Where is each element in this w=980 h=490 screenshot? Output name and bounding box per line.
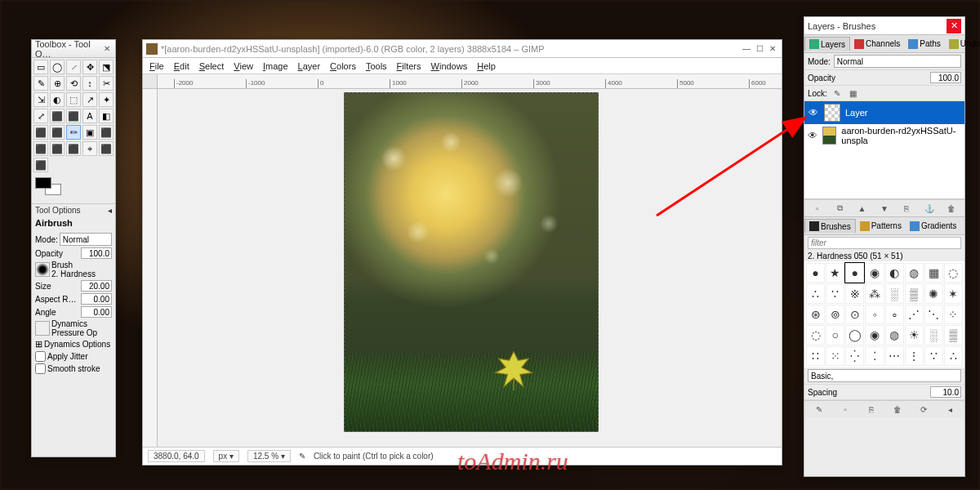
open-brush-icon[interactable]: ◂	[943, 403, 956, 415]
tab-channels[interactable]: Channels	[850, 38, 904, 51]
brush-cell[interactable]: ░	[924, 325, 943, 345]
tool-button[interactable]: ◐	[50, 92, 65, 107]
tool-button[interactable]: ⬛	[66, 141, 81, 156]
menu-icon[interactable]: ◂	[108, 206, 112, 215]
duplicate-layer-icon[interactable]: ⎘	[900, 203, 913, 214]
tab-brushes[interactable]: Brushes	[804, 219, 856, 233]
visibility-icon[interactable]: 👁	[808, 107, 819, 118]
layer-item[interactable]: 👁aaron-burden-rd2yxHSSatU-unspla	[804, 124, 964, 147]
menu-view[interactable]: View	[234, 61, 253, 71]
anchor-layer-icon[interactable]: ⚓	[923, 203, 936, 214]
visibility-icon[interactable]: 👁	[808, 130, 817, 141]
menu-tools[interactable]: Tools	[366, 61, 387, 71]
expand-icon[interactable]: ⊞	[35, 339, 42, 350]
tool-button[interactable]: ⇲	[33, 92, 48, 107]
layer-opacity-input[interactable]	[930, 72, 961, 83]
tool-button[interactable]: ⬛	[66, 109, 81, 123]
brush-cell[interactable]: ◯	[845, 325, 864, 345]
brush-cell[interactable]: ⁚	[865, 346, 884, 366]
tool-button[interactable]: ▭	[33, 60, 48, 74]
tool-button[interactable]: ⬛	[99, 141, 114, 156]
brush-cell[interactable]: ⁘	[944, 305, 963, 324]
brush-cell[interactable]: ∘	[885, 305, 904, 324]
close-icon[interactable]: ✕	[767, 43, 778, 55]
tool-button[interactable]: ✏	[66, 125, 81, 140]
dynamics-icon[interactable]	[35, 321, 50, 336]
toolbox-titlebar[interactable]: Toolbox - Tool O… ✕	[32, 40, 115, 58]
brush-cell[interactable]: ◉	[865, 325, 884, 345]
brush-cell[interactable]: ⊛	[806, 305, 825, 324]
tool-button[interactable]: ✂	[99, 76, 114, 91]
tool-button[interactable]: ✥	[82, 60, 97, 74]
brush-cell[interactable]: ⋱	[924, 305, 943, 324]
tool-button[interactable]: ⟋	[66, 60, 81, 74]
tool-button[interactable]: ◯	[50, 60, 65, 74]
delete-brush-icon[interactable]: 🗑	[891, 403, 904, 415]
new-brush-icon[interactable]: ▫	[839, 403, 852, 415]
edit-brush-icon[interactable]: ✎	[813, 403, 826, 415]
tool-button[interactable]: ↕	[82, 76, 97, 91]
fg-bg-colors[interactable]	[35, 177, 68, 200]
brush-cell[interactable]: ◌	[806, 325, 825, 345]
lock-pixels-icon[interactable]: ✎	[831, 87, 844, 99]
brush-cell[interactable]: ⁛	[845, 346, 864, 366]
brush-cell[interactable]: ◍	[885, 325, 904, 345]
tool-button[interactable]: ⬛	[50, 141, 65, 156]
jitter-checkbox[interactable]	[35, 351, 46, 362]
brush-cell[interactable]: ★	[826, 263, 844, 283]
brush-cell[interactable]: ░	[885, 283, 904, 303]
close-icon[interactable]: ✕	[947, 19, 961, 33]
tool-button[interactable]: ▣	[82, 125, 97, 140]
brush-cell[interactable]: ∵	[826, 283, 844, 303]
brush-cell[interactable]: ⁙	[826, 346, 844, 366]
zoom-dropdown[interactable]: 12.5 % ▾	[247, 450, 291, 462]
brush-cell[interactable]: ✶	[944, 283, 963, 303]
spacing-input[interactable]	[930, 386, 961, 398]
brush-cell[interactable]: ∷	[806, 346, 825, 366]
brush-cell[interactable]: ⁂	[865, 283, 884, 303]
tab-gradients[interactable]: Gradients	[906, 220, 960, 233]
brush-cell[interactable]: ∴	[944, 346, 963, 366]
brush-cell[interactable]: ▒	[944, 325, 963, 345]
brush-cell[interactable]: ●	[845, 263, 864, 283]
tool-button[interactable]: ⬛	[33, 125, 48, 140]
brush-cell[interactable]: ⋰	[905, 305, 924, 324]
brush-cell[interactable]: ✺	[924, 283, 943, 303]
tool-button[interactable]: ⊕	[50, 76, 65, 91]
brush-cell[interactable]: ∴	[806, 283, 825, 303]
menu-colors[interactable]: Colors	[330, 61, 356, 71]
menu-layer[interactable]: Layer	[298, 61, 321, 71]
brush-preview[interactable]	[35, 262, 50, 277]
smooth-checkbox[interactable]	[35, 363, 46, 374]
tool-button[interactable]: ⬛	[33, 158, 48, 172]
ruler-horizontal[interactable]: -2000-10000100020003000400050006000	[158, 74, 782, 89]
ruler-vertical[interactable]	[143, 89, 158, 447]
tool-button[interactable]: ⤢	[33, 109, 48, 123]
delete-layer-icon[interactable]: 🗑	[945, 203, 958, 214]
menu-edit[interactable]: Edit	[174, 61, 189, 71]
tool-button[interactable]: ◧	[99, 109, 114, 123]
tool-button[interactable]: ↗	[82, 92, 97, 107]
lock-alpha-icon[interactable]: ▦	[847, 87, 860, 99]
tool-button[interactable]: ⬛	[99, 125, 114, 140]
tab-layers[interactable]: Layers	[804, 37, 850, 51]
tool-button[interactable]: ✦	[99, 92, 114, 107]
brush-filter-input[interactable]	[808, 237, 961, 249]
tab-paths[interactable]: Paths	[904, 38, 945, 51]
refresh-brush-icon[interactable]: ⟳	[917, 403, 930, 415]
new-layer-icon[interactable]: ▫	[811, 203, 824, 214]
tab-undo[interactable]: Undo	[945, 38, 980, 51]
menu-windows[interactable]: Windows	[431, 61, 468, 71]
units-dropdown[interactable]: px ▾	[213, 450, 239, 462]
mode-dropdown[interactable]: Normal	[60, 233, 112, 246]
brush-cell[interactable]: ☀	[905, 325, 924, 345]
layer-group-icon[interactable]: ⧉	[833, 203, 846, 214]
brush-cell[interactable]: ⋯	[885, 346, 904, 366]
tool-button[interactable]: ⟲	[66, 76, 81, 91]
tool-button[interactable]: ⬛	[50, 109, 65, 123]
tool-button[interactable]: ⬚	[66, 92, 81, 107]
brush-cell[interactable]: ▒	[905, 283, 924, 303]
duplicate-brush-icon[interactable]: ⎘	[865, 403, 878, 415]
tool-button[interactable]: ⬔	[99, 60, 114, 74]
tool-button[interactable]: A	[82, 109, 97, 123]
